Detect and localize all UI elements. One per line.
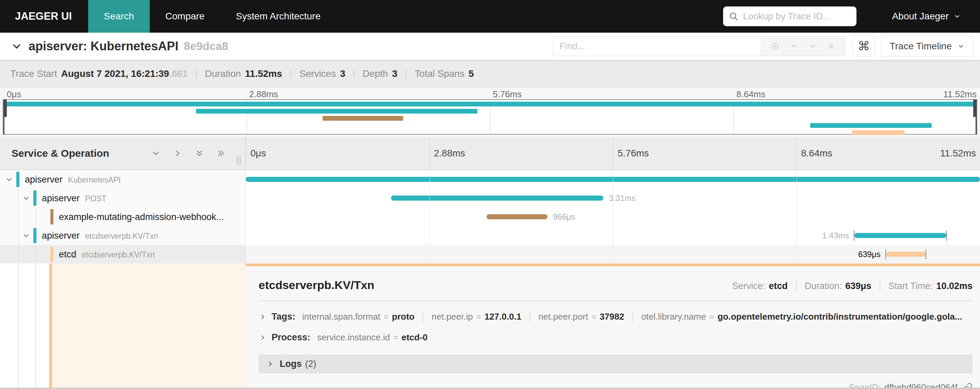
- nav-tab-search[interactable]: Search: [88, 0, 150, 33]
- nav-tab-system-architecture[interactable]: System Architecture: [220, 0, 336, 33]
- span-name-cell[interactable]: example-mutating-admission-webhook...: [0, 207, 246, 226]
- trace-id-lookup[interactable]: [723, 6, 856, 26]
- span-track[interactable]: 3.31ms: [246, 189, 980, 207]
- service-name: apiserver: [42, 230, 80, 240]
- meta-label: Service:: [732, 281, 765, 291]
- axis-tick: 11.52ms: [943, 89, 977, 100]
- tags-accordion[interactable]: Tags: internal.span.format=protonet.peer…: [259, 311, 972, 322]
- logs-count: (2): [305, 359, 317, 369]
- span-track[interactable]: 639μs: [246, 245, 980, 264]
- clear-find-icon[interactable]: [827, 42, 835, 51]
- span-name-cell[interactable]: apiserveretcdserverpb.KV/Txn: [0, 226, 246, 245]
- tag-key: internal.span.format: [302, 311, 380, 322]
- trace-view-select[interactable]: Trace Timeline: [881, 36, 973, 57]
- span-track[interactable]: [246, 170, 980, 189]
- span-row: apiserveretcdserverpb.KV/Txn1.43ms: [0, 226, 980, 245]
- column-resize-grip[interactable]: [237, 156, 240, 165]
- span-name-cell[interactable]: etcdetcdserverpb.KV/Txn: [0, 245, 246, 264]
- timeline-gridline: [797, 245, 797, 264]
- span-duration-bar[interactable]: [854, 233, 946, 238]
- tree-guide-line: [18, 189, 19, 207]
- prev-match-chevron-up-icon[interactable]: [789, 41, 799, 51]
- span-row: apiserverKubernetesAPI: [0, 170, 980, 189]
- operation-name: POST: [85, 194, 107, 203]
- span-start-tick: [854, 230, 854, 241]
- top-nav: JAEGER UI Search Compare System Architec…: [0, 0, 980, 33]
- expand-chevron-down-icon[interactable]: [5, 175, 14, 184]
- expand-chevron-down-icon[interactable]: [22, 231, 30, 240]
- span-detail-indent: [0, 264, 246, 389]
- minimap-axis-labels: 0μs 2.88ms 5.76ms 8.64ms 11.52ms: [0, 88, 980, 99]
- span-color-bar: [50, 246, 53, 262]
- tag-value: 127.0.0.1: [485, 311, 521, 322]
- summary-separator: |: [353, 68, 355, 79]
- trace-title: apiserver: KubernetesAPI: [29, 39, 178, 53]
- timeline-gridline: [613, 226, 613, 245]
- operation-name: etcdserverpb.KV/Txn: [85, 231, 158, 240]
- minimap-canvas[interactable]: [3, 99, 977, 135]
- collapse-trace-chevron-icon[interactable]: [10, 40, 23, 53]
- timeline-gridline: [613, 245, 613, 264]
- tree-controls: [151, 148, 226, 159]
- expand-chevron-down-icon[interactable]: [22, 194, 30, 203]
- process-accordion[interactable]: Process: service.instance.id=etcd-0: [259, 332, 972, 343]
- span-name-cell[interactable]: apiserverKubernetesAPI: [0, 170, 246, 189]
- span-duration-bar[interactable]: [391, 195, 603, 201]
- span-duration-label: 639μs: [858, 249, 881, 259]
- collapse-all-double-chevron-down-icon[interactable]: [194, 148, 205, 159]
- chevron-right-icon: [259, 333, 267, 342]
- summary-value: 5: [469, 68, 474, 79]
- span-detail-row: etcdserverpb.KV/Txn Service:etcdDuration…: [0, 264, 980, 389]
- bottom-divider: [0, 387, 980, 389]
- span-color-bar: [50, 209, 53, 224]
- span-duration-bar[interactable]: [487, 214, 547, 219]
- span-name-label: apiserveretcdserverpb.KV/Txn: [42, 230, 158, 241]
- span-track[interactable]: 966μs: [246, 207, 980, 226]
- search-icon: [729, 11, 739, 21]
- focus-match-icon[interactable]: [770, 41, 780, 51]
- span-track[interactable]: 1.43ms: [246, 226, 980, 245]
- logs-accordion[interactable]: Logs (2): [259, 354, 972, 373]
- span-meta-item: Start Time:10.02ms: [880, 281, 972, 291]
- trace-id-short: 8e9dca8: [184, 40, 228, 53]
- timeline-gridline: [613, 189, 613, 207]
- find-input[interactable]: [553, 37, 761, 56]
- trace-view-select-label: Trace Timeline: [889, 41, 952, 52]
- meta-value: etcd: [769, 281, 788, 291]
- span-name-cell[interactable]: apiserverPOST: [0, 189, 246, 207]
- summary-separator: |: [405, 68, 407, 79]
- timeline-gridline: [796, 137, 797, 170]
- about-jaeger-menu[interactable]: About Jaeger: [885, 0, 980, 33]
- span-start-tick: [885, 249, 886, 259]
- span-color-bar: [33, 191, 37, 206]
- tree-guide-line: [35, 264, 36, 389]
- span-operation-title: etcdserverpb.KV/Txn: [259, 278, 374, 292]
- collapse-one-chevron-down-icon[interactable]: [151, 148, 161, 159]
- view-range-handle-right[interactable]: [973, 99, 977, 117]
- next-match-chevron-down-icon[interactable]: [808, 41, 817, 51]
- trace-id-lookup-input[interactable]: [743, 11, 863, 22]
- service-name: etcd: [59, 249, 76, 259]
- timeline-minimap: 0μs 2.88ms 5.76ms 8.64ms 11.52ms: [0, 88, 980, 137]
- span-name-label: example-mutating-admission-webhook...: [59, 211, 224, 222]
- view-range-handle-left[interactable]: [3, 99, 7, 117]
- chevron-right-icon: [266, 360, 274, 368]
- span-duration-bar[interactable]: [886, 252, 926, 257]
- span-row: example-mutating-admission-webhook...966…: [0, 207, 980, 226]
- expand-one-chevron-right-icon[interactable]: [172, 148, 183, 159]
- minimap-span-bar: [196, 109, 477, 114]
- tree-guide-line: [18, 245, 19, 264]
- timeline-gridline: [430, 245, 430, 264]
- trace-summary-bar: Trace StartAugust 7 2021, 16:21:39.661|D…: [0, 60, 980, 88]
- nav-tab-compare[interactable]: Compare: [150, 0, 220, 33]
- expand-all-double-chevron-right-icon[interactable]: [216, 148, 226, 159]
- timeline-tick: 0μs: [250, 148, 266, 159]
- panel-divider: [259, 300, 972, 301]
- timeline-gridline: [430, 207, 430, 226]
- timeline-tick: 11.52ms: [940, 148, 976, 159]
- span-duration-label: 1.43ms: [822, 231, 849, 240]
- chevron-down-icon: [957, 43, 965, 50]
- keyboard-shortcuts-button[interactable]: ⌘: [853, 36, 875, 57]
- timeline-gridline: [613, 170, 613, 189]
- summary-label: Total Spans: [415, 68, 465, 79]
